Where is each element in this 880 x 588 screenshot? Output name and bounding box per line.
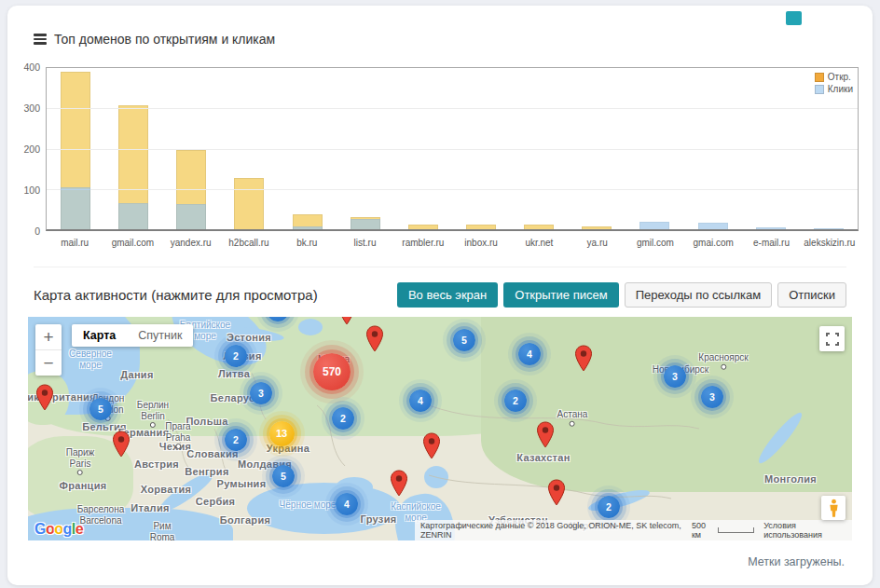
x-axis-label: bk.ru: [278, 238, 336, 248]
domains-chart: 4003002001000 Откр.Клики mail.rugmail.co…: [21, 62, 859, 248]
legend-label: Клики: [828, 84, 853, 94]
map-pin-red[interactable]: [574, 345, 593, 376]
opens-bar-inbox.ru[interactable]: [466, 225, 496, 229]
google-logo-letter: o: [46, 521, 54, 537]
country-label: Болгария: [220, 514, 270, 526]
red-pin-icon: [574, 345, 593, 372]
map-pin-red[interactable]: [422, 432, 441, 463]
y-tick-label: 300: [23, 103, 40, 114]
street-view-pegman-button[interactable]: [821, 496, 846, 520]
clicks-bar-gmail.com[interactable]: [118, 203, 148, 229]
map-cluster-13[interactable]: 13: [269, 421, 295, 446]
zoom-in-button[interactable]: +: [35, 324, 62, 349]
map-button-во-весь-экран[interactable]: Во весь экран: [397, 282, 498, 308]
activity-map[interactable]: СеверноемореБалтийскоемореЧёрное мореКас…: [28, 317, 852, 540]
map-pin-red[interactable]: [536, 421, 555, 452]
header-teal-icon[interactable]: [786, 11, 802, 25]
map-cluster-2[interactable]: 2: [598, 496, 620, 518]
opens-bar-ukr.net[interactable]: [524, 225, 554, 229]
x-axis-label: yandex.ru: [162, 238, 220, 248]
x-axis-label: alekskizin.ru: [801, 238, 859, 248]
map-type-satellite-button[interactable]: Спутник: [127, 324, 193, 347]
country-label: Италия: [131, 502, 169, 514]
city-label: Красноярск: [698, 352, 748, 370]
hamburger-icon[interactable]: [34, 34, 47, 45]
map-pin-red[interactable]: [337, 317, 356, 329]
map-cluster-4[interactable]: 4: [518, 343, 541, 365]
x-axis-label: inbox.ru: [452, 238, 510, 248]
zoom-out-button[interactable]: −: [35, 349, 62, 376]
map-button-переходы-по-ссылкам[interactable]: Переходы по ссылкам: [625, 282, 773, 308]
map-cluster-3[interactable]: 3: [250, 382, 272, 404]
red-pin-icon: [536, 421, 555, 448]
scale-label: 500 км: [692, 521, 714, 540]
x-axis-label: list.ru: [336, 238, 393, 248]
legend-item-opens[interactable]: Откр.: [815, 72, 853, 82]
map-pin-red[interactable]: [35, 384, 54, 415]
country-label: Дания: [120, 369, 153, 381]
map-cluster-2[interactable]: 2: [225, 345, 247, 367]
clicks-bar-mail.ru[interactable]: [61, 187, 90, 229]
chart-plot-area: Откр.Клики: [46, 67, 859, 231]
city-label: ПрагаPraha: [165, 421, 190, 449]
x-axis-label: gmil.com: [626, 238, 684, 248]
x-axis-label: gmail.com: [103, 238, 161, 248]
city-label: ПарижParis: [66, 447, 95, 475]
red-pin-icon: [422, 432, 441, 459]
map-cluster-2[interactable]: 2: [225, 429, 247, 451]
gridline: [47, 108, 858, 109]
chart-y-axis: 4003002001000: [21, 67, 43, 231]
sea-label: Северноеморе: [69, 349, 112, 370]
attribution-text: Картографические данные © 2018 Google, O…: [420, 521, 682, 540]
opens-bar-h2bcall.ru[interactable]: [234, 178, 264, 229]
opens-bar-ya.ru[interactable]: [582, 226, 612, 229]
map-pin-red[interactable]: [390, 470, 408, 500]
country-label: Австрия: [134, 458, 179, 471]
map-cluster-4[interactable]: 4: [409, 390, 432, 412]
google-logo[interactable]: Google: [34, 521, 83, 538]
main-card: Топ доменов по открытиям и кликам 400300…: [7, 6, 873, 585]
y-tick-label: 200: [23, 144, 40, 155]
map-cluster-3[interactable]: 3: [701, 386, 723, 408]
x-axis-label: ya.ru: [569, 238, 626, 248]
city-dot: [570, 420, 575, 426]
map-cluster-3[interactable]: 3: [664, 365, 686, 388]
x-axis-label: mail.ru: [46, 238, 103, 248]
map-pin-red[interactable]: [547, 479, 566, 510]
map-type-map-button[interactable]: Карта: [72, 324, 127, 347]
x-axis-label: ukr.net: [510, 238, 568, 248]
y-tick-label: 0: [34, 226, 40, 237]
map-button-отписки[interactable]: Отписки: [777, 282, 846, 308]
map-button-открытие-писем[interactable]: Открытие писем: [503, 282, 618, 308]
x-axis-label: h2bcall.ru: [220, 238, 278, 248]
map-cluster-2[interactable]: 2: [332, 407, 354, 430]
map-cluster-5[interactable]: 5: [272, 465, 295, 487]
red-pin-icon: [390, 470, 408, 497]
clicks-bar-bk.ru[interactable]: [293, 226, 323, 229]
google-logo-letter: e: [76, 521, 83, 537]
map-cluster-2[interactable]: 2: [504, 390, 527, 412]
clicks-bar-alekskizin.ru[interactable]: [814, 228, 844, 229]
map-fullscreen-button[interactable]: [819, 326, 845, 351]
clicks-bar-list.ru[interactable]: [351, 219, 380, 229]
map-section-header: Карта активности (нажмите для просмотра)…: [34, 267, 846, 308]
red-pin-icon: [365, 325, 384, 352]
y-tick-label: 100: [23, 185, 40, 196]
scale-bar: [718, 527, 754, 533]
clicks-bar-yandex.ru[interactable]: [176, 204, 206, 229]
map-cluster-4[interactable]: 4: [336, 493, 358, 515]
map-cluster-5[interactable]: 5: [453, 329, 475, 351]
legend-item-clicks[interactable]: Клики: [815, 84, 853, 94]
clicks-bar-e-mail.ru[interactable]: [756, 227, 786, 229]
city-label: БерлинBerlin: [137, 400, 169, 428]
legend-swatch: [815, 85, 824, 94]
map-pin-red[interactable]: [365, 325, 384, 356]
map-pin-red[interactable]: [112, 431, 131, 461]
opens-bar-rambler.ru[interactable]: [408, 225, 438, 229]
map-cluster-570[interactable]: 570: [313, 353, 351, 390]
country-label: Сербия: [196, 496, 236, 508]
map-cluster-5[interactable]: 5: [89, 398, 112, 420]
clicks-bar-gmai.com[interactable]: [698, 223, 728, 229]
clicks-bar-gmil.com[interactable]: [639, 222, 669, 229]
terms-link[interactable]: Условия использования: [763, 521, 846, 540]
